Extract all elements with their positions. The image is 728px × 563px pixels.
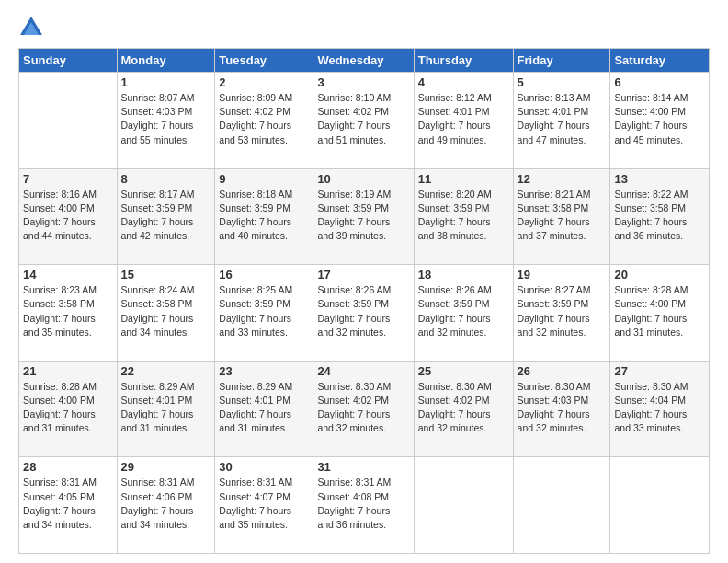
- day-number: 19: [518, 268, 607, 282]
- calendar-cell: 12Sunrise: 8:21 AMSunset: 3:58 PMDayligh…: [513, 168, 610, 265]
- day-info: Sunrise: 8:26 AMSunset: 3:59 PMDaylight:…: [418, 283, 509, 339]
- day-number: 7: [23, 172, 113, 186]
- day-number: 4: [418, 75, 509, 89]
- calendar-cell: [610, 457, 710, 554]
- day-number: 16: [219, 268, 309, 282]
- day-info: Sunrise: 8:25 AMSunset: 3:59 PMDaylight:…: [219, 283, 309, 339]
- calendar-cell: 20Sunrise: 8:28 AMSunset: 4:00 PMDayligh…: [610, 265, 710, 362]
- day-number: 6: [614, 75, 705, 89]
- calendar-cell: 9Sunrise: 8:18 AMSunset: 3:59 PMDaylight…: [215, 168, 313, 265]
- day-number: 28: [23, 460, 113, 474]
- calendar-cell: 22Sunrise: 8:29 AMSunset: 4:01 PMDayligh…: [117, 361, 215, 457]
- day-info: Sunrise: 8:09 AMSunset: 4:02 PMDaylight:…: [219, 91, 309, 147]
- day-info: Sunrise: 8:31 AMSunset: 4:06 PMDaylight:…: [121, 476, 211, 532]
- day-info: Sunrise: 8:31 AMSunset: 4:07 PMDaylight:…: [219, 476, 309, 532]
- day-info: Sunrise: 8:30 AMSunset: 4:02 PMDaylight:…: [317, 380, 409, 436]
- day-info: Sunrise: 8:30 AMSunset: 4:02 PMDaylight:…: [418, 380, 509, 436]
- header-day-saturday: Saturday: [610, 49, 710, 73]
- day-number: 26: [518, 364, 607, 378]
- day-info: Sunrise: 8:07 AMSunset: 4:03 PMDaylight:…: [121, 91, 211, 147]
- day-number: 29: [121, 460, 211, 474]
- day-info: Sunrise: 8:29 AMSunset: 4:01 PMDaylight:…: [121, 380, 211, 436]
- week-row-2: 7Sunrise: 8:16 AMSunset: 4:00 PMDaylight…: [19, 168, 710, 265]
- day-number: 13: [614, 172, 705, 186]
- day-number: 21: [23, 364, 113, 378]
- calendar-cell: 15Sunrise: 8:24 AMSunset: 3:58 PMDayligh…: [117, 265, 215, 362]
- day-info: Sunrise: 8:19 AMSunset: 3:59 PMDaylight:…: [317, 188, 409, 244]
- day-number: 31: [317, 460, 409, 474]
- day-info: Sunrise: 8:23 AMSunset: 3:58 PMDaylight:…: [23, 283, 113, 339]
- calendar-cell: 4Sunrise: 8:12 AMSunset: 4:01 PMDaylight…: [414, 73, 513, 169]
- day-number: 20: [614, 268, 705, 282]
- day-info: Sunrise: 8:22 AMSunset: 3:58 PMDaylight:…: [614, 188, 705, 244]
- day-number: 8: [121, 172, 211, 186]
- day-info: Sunrise: 8:17 AMSunset: 3:59 PMDaylight:…: [121, 188, 211, 244]
- header-row: SundayMondayTuesdayWednesdayThursdayFrid…: [19, 49, 710, 73]
- day-info: Sunrise: 8:28 AMSunset: 4:00 PMDaylight:…: [614, 283, 705, 339]
- header-day-thursday: Thursday: [414, 49, 513, 73]
- day-info: Sunrise: 8:26 AMSunset: 3:59 PMDaylight:…: [317, 283, 409, 339]
- day-info: Sunrise: 8:21 AMSunset: 3:58 PMDaylight:…: [518, 188, 607, 244]
- header-day-sunday: Sunday: [19, 49, 118, 73]
- day-info: Sunrise: 8:10 AMSunset: 4:02 PMDaylight:…: [317, 91, 409, 147]
- week-row-1: 1Sunrise: 8:07 AMSunset: 4:03 PMDaylight…: [19, 73, 710, 169]
- day-info: Sunrise: 8:14 AMSunset: 4:00 PMDaylight:…: [614, 91, 705, 147]
- calendar-cell: 7Sunrise: 8:16 AMSunset: 4:00 PMDaylight…: [19, 168, 118, 265]
- calendar-cell: 29Sunrise: 8:31 AMSunset: 4:06 PMDayligh…: [117, 457, 215, 554]
- day-number: 30: [219, 460, 309, 474]
- header: [18, 15, 710, 40]
- day-info: Sunrise: 8:20 AMSunset: 3:59 PMDaylight:…: [418, 188, 509, 244]
- header-day-friday: Friday: [513, 49, 610, 73]
- calendar-cell: 18Sunrise: 8:26 AMSunset: 3:59 PMDayligh…: [414, 265, 513, 362]
- day-info: Sunrise: 8:27 AMSunset: 3:59 PMDaylight:…: [518, 283, 607, 339]
- day-info: Sunrise: 8:24 AMSunset: 3:58 PMDaylight:…: [121, 283, 211, 339]
- calendar-cell: [414, 457, 513, 554]
- calendar-header: SundayMondayTuesdayWednesdayThursdayFrid…: [19, 49, 710, 73]
- day-info: Sunrise: 8:30 AMSunset: 4:03 PMDaylight:…: [518, 380, 607, 436]
- day-info: Sunrise: 8:29 AMSunset: 4:01 PMDaylight:…: [219, 380, 309, 436]
- day-number: 18: [418, 268, 509, 282]
- day-info: Sunrise: 8:18 AMSunset: 3:59 PMDaylight:…: [219, 188, 309, 244]
- calendar-cell: 3Sunrise: 8:10 AMSunset: 4:02 PMDaylight…: [313, 73, 414, 169]
- day-number: 24: [317, 364, 409, 378]
- calendar-cell: 6Sunrise: 8:14 AMSunset: 4:00 PMDaylight…: [610, 73, 710, 169]
- calendar-cell: 31Sunrise: 8:31 AMSunset: 4:08 PMDayligh…: [313, 457, 414, 554]
- calendar-cell: [19, 73, 118, 169]
- header-day-wednesday: Wednesday: [313, 49, 414, 73]
- day-number: 2: [219, 75, 309, 89]
- calendar-cell: 30Sunrise: 8:31 AMSunset: 4:07 PMDayligh…: [215, 457, 313, 554]
- calendar-table: SundayMondayTuesdayWednesdayThursdayFrid…: [18, 48, 710, 554]
- day-number: 12: [518, 172, 607, 186]
- calendar-body: 1Sunrise: 8:07 AMSunset: 4:03 PMDaylight…: [19, 73, 710, 554]
- calendar-cell: 19Sunrise: 8:27 AMSunset: 3:59 PMDayligh…: [513, 265, 610, 362]
- day-info: Sunrise: 8:12 AMSunset: 4:01 PMDaylight:…: [418, 91, 509, 147]
- calendar-cell: 24Sunrise: 8:30 AMSunset: 4:02 PMDayligh…: [313, 361, 414, 457]
- calendar-cell: 2Sunrise: 8:09 AMSunset: 4:02 PMDaylight…: [215, 73, 313, 169]
- day-number: 14: [23, 268, 113, 282]
- day-info: Sunrise: 8:31 AMSunset: 4:05 PMDaylight:…: [23, 476, 113, 532]
- day-number: 9: [219, 172, 309, 186]
- day-info: Sunrise: 8:31 AMSunset: 4:08 PMDaylight:…: [317, 476, 409, 532]
- day-number: 1: [121, 75, 211, 89]
- week-row-3: 14Sunrise: 8:23 AMSunset: 3:58 PMDayligh…: [19, 265, 710, 362]
- day-number: 15: [121, 268, 211, 282]
- calendar-cell: 10Sunrise: 8:19 AMSunset: 3:59 PMDayligh…: [313, 168, 414, 265]
- calendar-cell: 21Sunrise: 8:28 AMSunset: 4:00 PMDayligh…: [19, 361, 118, 457]
- calendar-cell: 16Sunrise: 8:25 AMSunset: 3:59 PMDayligh…: [215, 265, 313, 362]
- calendar-cell: [513, 457, 610, 554]
- calendar-cell: 27Sunrise: 8:30 AMSunset: 4:04 PMDayligh…: [610, 361, 710, 457]
- day-number: 5: [518, 75, 607, 89]
- calendar-cell: 14Sunrise: 8:23 AMSunset: 3:58 PMDayligh…: [19, 265, 118, 362]
- calendar-cell: 25Sunrise: 8:30 AMSunset: 4:02 PMDayligh…: [414, 361, 513, 457]
- day-number: 10: [317, 172, 409, 186]
- logo: [18, 15, 48, 40]
- logo-icon: [18, 15, 44, 40]
- calendar-cell: 17Sunrise: 8:26 AMSunset: 3:59 PMDayligh…: [313, 265, 414, 362]
- header-day-tuesday: Tuesday: [215, 49, 313, 73]
- header-day-monday: Monday: [117, 49, 215, 73]
- week-row-5: 28Sunrise: 8:31 AMSunset: 4:05 PMDayligh…: [19, 457, 710, 554]
- calendar-cell: 26Sunrise: 8:30 AMSunset: 4:03 PMDayligh…: [513, 361, 610, 457]
- calendar-cell: 1Sunrise: 8:07 AMSunset: 4:03 PMDaylight…: [117, 73, 215, 169]
- day-number: 22: [121, 364, 211, 378]
- day-info: Sunrise: 8:16 AMSunset: 4:00 PMDaylight:…: [23, 188, 113, 244]
